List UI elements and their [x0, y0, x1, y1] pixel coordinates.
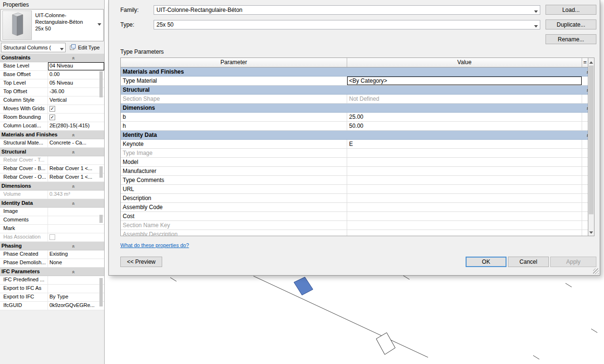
param-row[interactable]: Type Image — [121, 149, 594, 158]
type-selector[interactable]: UIT-Colonne-Rectangulaire-Béton 25x 50 — [0, 9, 104, 41]
scroll-up-button[interactable] — [588, 58, 594, 65]
rename-button[interactable]: Rename... — [546, 34, 596, 44]
param-row[interactable]: Model — [121, 158, 594, 167]
property-value[interactable]: -36.00 — [48, 88, 104, 96]
property-row[interactable]: Mark — [0, 225, 104, 233]
edit-type-button[interactable]: Edit Type — [67, 43, 102, 52]
property-value[interactable]: 2E(280)-15(-415) — [48, 122, 104, 130]
param-row[interactable]: URL — [121, 185, 594, 194]
property-row[interactable]: Comments — [0, 216, 104, 225]
property-row[interactable]: Phase CreatedExisting — [0, 250, 104, 259]
param-row[interactable]: h50.00 — [121, 122, 594, 131]
category-selector[interactable]: Structural Columns ( — [1, 43, 66, 52]
param-value[interactable] — [347, 167, 582, 175]
param-row[interactable]: Description — [121, 194, 594, 203]
param-value[interactable] — [347, 212, 582, 220]
property-row[interactable]: Moves With Grids✓ — [0, 105, 104, 114]
property-value[interactable] — [48, 225, 104, 233]
property-value[interactable]: Rebar Cover 1 <... — [48, 173, 104, 182]
property-value[interactable]: Rebar Cover 1 <... — [48, 165, 104, 173]
type-dropdown[interactable]: 25x 50 — [154, 20, 540, 29]
property-row[interactable]: IfcGUID0k9zorGQvEGRe... — [0, 302, 104, 310]
property-row[interactable]: Rebar Cover - O...Rebar Cover 1 <... — [0, 173, 104, 182]
property-value[interactable] — [48, 216, 104, 224]
property-row[interactable]: Rebar Cover - B...Rebar Cover 1 <... — [0, 165, 104, 173]
param-row[interactable]: Assembly Code — [121, 203, 594, 212]
group-header-constraints[interactable]: Constraints — [0, 54, 104, 62]
property-value[interactable]: 05 Niveau — [48, 79, 104, 87]
property-value[interactable]: 04 Niveau — [48, 62, 104, 70]
panel-scrollbar-thumb[interactable] — [99, 215, 103, 223]
selected-column-shape[interactable] — [294, 277, 313, 295]
property-value[interactable]: 0k9zorGQvEGRe... — [48, 302, 104, 310]
column-header-parameter[interactable]: Parameter — [121, 58, 347, 67]
property-value[interactable]: Vertical — [48, 96, 104, 105]
property-value[interactable]: By Type — [48, 293, 104, 301]
group-header-ifc-parameters[interactable]: IFC Parameters — [0, 268, 104, 276]
param-group-structural[interactable]: Structural — [121, 86, 594, 95]
param-row[interactable]: Section ShapeNot Defined — [121, 95, 594, 104]
table-scrollbar[interactable] — [588, 58, 594, 236]
param-row[interactable]: b25.00 — [121, 113, 594, 122]
property-row[interactable]: Structural Mate...Concrete - Ca... — [0, 139, 104, 148]
group-header-phasing[interactable]: Phasing — [0, 242, 104, 250]
family-dropdown[interactable]: UIT-Colonne-Rectangulaire-Béton — [154, 5, 540, 15]
param-value[interactable] — [347, 158, 582, 166]
property-row[interactable]: Base Offset0.00 — [0, 71, 104, 79]
param-value[interactable]: <By Category> — [347, 77, 582, 85]
param-row[interactable]: Section Name Key — [121, 221, 594, 230]
property-row[interactable]: Export to IFCBy Type — [0, 293, 104, 302]
property-row[interactable]: Column StyleVertical — [0, 96, 104, 105]
cancel-button[interactable]: Cancel — [508, 257, 549, 267]
property-value[interactable] — [48, 285, 104, 293]
property-row[interactable]: Room Bounding✓ — [0, 114, 104, 122]
property-row[interactable]: Phase Demolish...None — [0, 259, 104, 268]
param-row[interactable]: Type Comments — [121, 176, 594, 185]
param-row[interactable]: Manufacturer — [121, 167, 594, 176]
group-header-materials[interactable]: Materials and Finishes — [0, 131, 104, 139]
duplicate-button[interactable]: Duplicate... — [546, 19, 596, 29]
param-value[interactable]: 50.00 — [347, 122, 582, 130]
property-row[interactable]: Rebar Cover - T... — [0, 156, 104, 165]
chevron-down-icon[interactable] — [97, 23, 101, 29]
property-value[interactable]: None — [48, 259, 104, 267]
property-row[interactable]: Image — [0, 208, 104, 216]
scroll-down-button[interactable] — [588, 229, 594, 236]
group-header-dimensions[interactable]: Dimensions — [0, 182, 104, 191]
param-row[interactable]: Assembly Description — [121, 230, 594, 236]
param-row[interactable]: Cost — [121, 212, 594, 221]
param-group-dimensions[interactable]: Dimensions — [121, 104, 594, 113]
property-row[interactable]: Has Association — [0, 233, 104, 242]
property-row[interactable]: IFC Predefined ... — [0, 276, 104, 285]
property-row[interactable]: Top Offset-36.00 — [0, 88, 104, 96]
panel-scrollbar-thumb[interactable] — [99, 166, 103, 178]
param-row[interactable]: KeynoteE — [121, 140, 594, 149]
param-value[interactable] — [347, 176, 582, 184]
properties-help-link[interactable]: What do these properties do? — [120, 242, 189, 248]
property-value[interactable] — [48, 276, 104, 284]
checkbox[interactable]: ✓ — [49, 106, 55, 112]
param-group-identity-data[interactable]: Identity Data — [121, 131, 594, 140]
param-value[interactable] — [347, 185, 582, 193]
preview-button[interactable]: << Preview — [120, 257, 162, 267]
panel-scrollbar-thumb[interactable] — [99, 278, 103, 307]
param-value[interactable] — [347, 194, 582, 202]
property-row[interactable]: Export to IFC As — [0, 285, 104, 293]
param-row[interactable]: Type Material<By Category> — [121, 77, 594, 86]
scrollbar-thumb[interactable] — [589, 66, 594, 214]
param-value[interactable]: E — [347, 140, 582, 148]
property-value[interactable]: Existing — [48, 250, 104, 259]
param-value[interactable] — [347, 203, 582, 211]
resize-grip[interactable] — [593, 268, 599, 274]
checkbox[interactable]: ✓ — [49, 115, 55, 120]
property-value[interactable]: 0.00 — [48, 71, 104, 79]
ok-button[interactable]: OK — [466, 257, 507, 267]
load-button[interactable]: Load... — [546, 5, 596, 15]
group-header-identity-data[interactable]: Identity Data — [0, 199, 104, 208]
property-row[interactable]: Top Level05 Niveau — [0, 79, 104, 88]
property-value[interactable]: Concrete - Ca... — [48, 139, 104, 147]
property-row[interactable]: Base Level04 Niveau — [0, 62, 104, 71]
column-outline-shape[interactable] — [376, 333, 395, 354]
param-group-materials[interactable]: Materials and Finishes — [121, 67, 594, 77]
column-header-value[interactable]: Value — [347, 58, 582, 67]
